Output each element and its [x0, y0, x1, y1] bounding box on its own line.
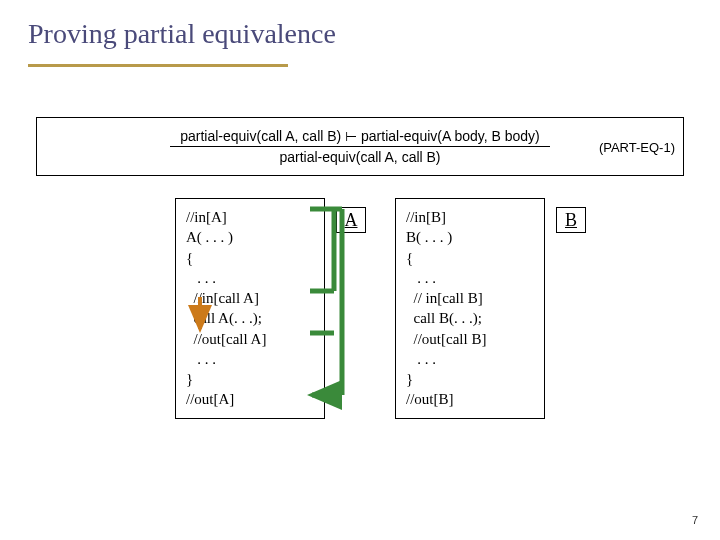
badge-a: A [336, 207, 366, 233]
badge-b: B [556, 207, 586, 233]
title-area: Proving partial equivalence [0, 0, 720, 58]
title-underline [28, 64, 288, 67]
code-line: . . . [186, 349, 314, 369]
rule-conclusion: partial-equiv(call A, call B) [279, 149, 440, 165]
code-line: //out[call B] [406, 329, 534, 349]
rule-premise: partial-equiv(call A, call B) ⊢ partial-… [180, 128, 540, 144]
code-line: } [186, 369, 314, 389]
code-line: . . . [406, 349, 534, 369]
code-line: } [406, 369, 534, 389]
code-line: A( . . . ) [186, 227, 314, 247]
rule-name-label: (PART-EQ-1) [599, 139, 675, 154]
code-line: call A(. . .); [186, 308, 314, 328]
code-line: B( . . . ) [406, 227, 534, 247]
code-line: // in[call B] [406, 288, 534, 308]
code-row: A //in[A] A( . . . ) { . . . //in[call A… [0, 198, 720, 419]
code-line: . . . [186, 268, 314, 288]
code-line: //in[call A] [186, 288, 314, 308]
rule-divider [170, 146, 550, 147]
code-line: { [186, 248, 314, 268]
code-line: { [406, 248, 534, 268]
code-box-b: B //in[B] B( . . . ) { . . . // in[call … [395, 198, 545, 419]
code-line: //in[B] [406, 207, 534, 227]
code-line: //out[A] [186, 389, 314, 409]
page-number: 7 [692, 514, 698, 526]
code-line: call B(. . .); [406, 308, 534, 328]
code-line: //out[call A] [186, 329, 314, 349]
code-line: . . . [406, 268, 534, 288]
inference-rule-box: partial-equiv(call A, call B) ⊢ partial-… [36, 117, 684, 176]
slide-title: Proving partial equivalence [28, 18, 692, 50]
code-box-a: A //in[A] A( . . . ) { . . . //in[call A… [175, 198, 325, 419]
code-line: //in[A] [186, 207, 314, 227]
code-line: //out[B] [406, 389, 534, 409]
